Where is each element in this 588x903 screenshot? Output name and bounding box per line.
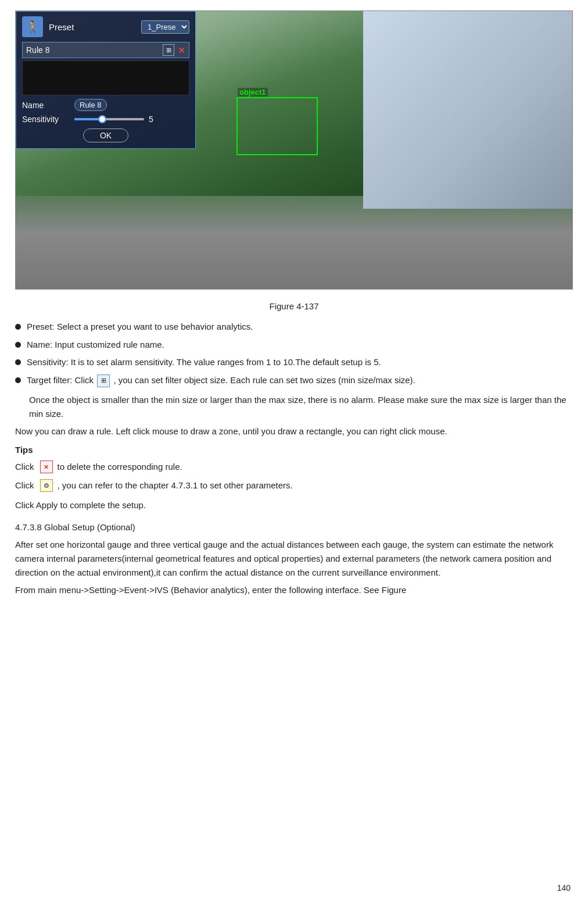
page-number: 140 [557, 883, 571, 893]
sensitivity-slider[interactable] [74, 118, 144, 120]
ok-button[interactable]: OK [83, 129, 128, 142]
bullet-dot [15, 324, 21, 330]
gear-tip-label: Click [15, 479, 34, 492]
apply-para: Click Apply to complete the setup. [15, 498, 573, 512]
tips-heading: Tips [15, 443, 573, 457]
bullet-dot [15, 342, 21, 348]
delete-tip-label: Click [15, 461, 34, 474]
sensitivity-bullet: Sensitivity: It is to set alarm sensitiv… [27, 356, 381, 369]
sensitivity-row: Sensitivity 5 [22, 115, 189, 124]
list-item: Sensitivity: It is to set alarm sensitiv… [15, 356, 573, 369]
ok-row: OK [22, 129, 189, 142]
tips-section: Tips Click ✕ to delete the corresponding… [15, 443, 573, 492]
filter-icon[interactable]: ⊞ [163, 44, 174, 56]
car-bounding-box: object1 [236, 97, 318, 155]
name-label: Name [22, 101, 74, 110]
rule-label: Rule 8 [26, 45, 163, 55]
name-bullet: Name: Input customized rule name. [27, 338, 164, 352]
panel-header: 🚶 Preset 1_Prese [22, 16, 189, 37]
gear-tip-text: , you can refer to the chapter 4.7.3.1 t… [58, 479, 293, 492]
road-area [16, 196, 572, 289]
drawing-area[interactable] [22, 60, 189, 95]
preset-dropdown[interactable]: 1_Prese [141, 20, 189, 34]
tips-gear-item: Click ⚙ , you can refer to the chapter 4… [15, 479, 573, 492]
list-item: Target filter: Click ⊞ , you can set fil… [15, 374, 573, 387]
camera-screenshot: object1 🚶 Preset 1_Prese Rule 8 ⊞ ✕ Name… [15, 10, 573, 290]
tf-pre: Target filter: Click [27, 375, 94, 385]
gear-icon[interactable]: ⚙ [40, 479, 53, 492]
section-para1: After set one horizontal gauge and three… [15, 538, 573, 580]
bullet-dot [15, 377, 21, 383]
draw-rule-para: Now you can draw a rule. Left click mous… [15, 424, 573, 438]
target-filter-bullet: Target filter: Click ⊞ , you can set fil… [27, 374, 415, 387]
section-para2: From main menu->Setting->Event->IVS (Beh… [15, 583, 573, 597]
pedestrian-icon: 🚶 [22, 16, 43, 37]
sensitivity-value: 5 [149, 115, 153, 124]
filter-indent-para: Once the object is smaller than the min … [29, 393, 573, 421]
car-object-label: object1 [238, 88, 268, 97]
preset-label: Preset [49, 22, 141, 32]
building-area [363, 11, 572, 209]
page-body: Figure 4-137 Preset: Select a preset you… [15, 290, 573, 618]
figure-caption: Figure 4-137 [15, 301, 573, 311]
list-item: Name: Input customized rule name. [15, 338, 573, 352]
rule-close-icon[interactable]: ✕ [178, 45, 185, 56]
rule-row: Rule 8 ⊞ ✕ [22, 42, 189, 58]
settings-panel: 🚶 Preset 1_Prese Rule 8 ⊞ ✕ Name Rule 8 … [16, 11, 196, 149]
preset-bullet: Preset: Select a preset you want to use … [27, 320, 253, 334]
delete-icon[interactable]: ✕ [40, 461, 53, 473]
list-item: Preset: Select a preset you want to use … [15, 320, 573, 334]
section-heading: 4.7.3.8 Global Setup (Optional) [15, 520, 573, 534]
bullet-list: Preset: Select a preset you want to use … [15, 320, 573, 387]
slider-thumb[interactable] [98, 115, 106, 123]
name-row: Name Rule 8 [22, 99, 189, 111]
filter-target-icon[interactable]: ⊞ [97, 374, 110, 387]
sensitivity-label: Sensitivity [22, 115, 74, 124]
tf-post: , you can set filter object size. Each r… [113, 375, 415, 385]
name-value[interactable]: Rule 8 [74, 99, 107, 111]
delete-tip-text: to delete the corresponding rule. [58, 461, 182, 474]
bullet-dot [15, 359, 21, 365]
tips-delete-item: Click ✕ to delete the corresponding rule… [15, 461, 573, 474]
